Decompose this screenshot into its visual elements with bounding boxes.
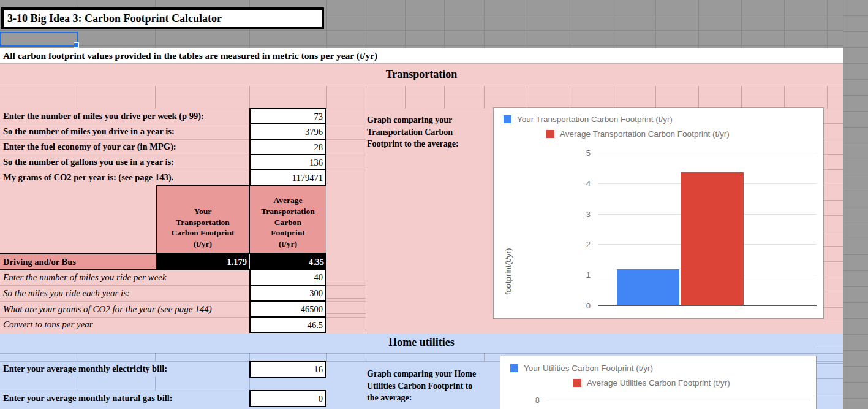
- gridline: [527, 0, 527, 48]
- table-row: What are your grams of CO2 for the year …: [0, 301, 366, 318]
- gridline: [444, 0, 445, 48]
- gridline: [784, 0, 785, 48]
- gridline-strip: [326, 268, 366, 332]
- gridline: [326, 86, 327, 97]
- cell-your-footprint-value[interactable]: 1.179: [156, 254, 249, 269]
- table-row: Enter your average monthly natural gas b…: [0, 391, 366, 406]
- sheet-title: 3-10 Big Idea 3: Carbon Footprint Calcul…: [7, 12, 222, 25]
- gridline: [326, 97, 327, 109]
- home-utilities-title: Home utilities: [0, 336, 843, 349]
- empty-row[interactable]: [0, 377, 326, 391]
- input-cell-gas-bill[interactable]: 0: [249, 390, 326, 407]
- cell-ride-miles-year[interactable]: 300: [249, 285, 326, 302]
- gridline: [249, 86, 250, 97]
- gridline: [698, 0, 699, 48]
- axis-tick: 8: [500, 395, 810, 405]
- header-average-footprint[interactable]: Average Transportation Carbon Footprint …: [249, 185, 326, 253]
- gridline: [484, 97, 485, 109]
- tick-label: 3: [494, 210, 598, 219]
- selected-cell[interactable]: [0, 32, 78, 47]
- empty-row[interactable]: [0, 86, 843, 97]
- transportation-title: Transportation: [0, 68, 843, 81]
- row-label[interactable]: So the number of gallons you use in a ye…: [0, 155, 250, 170]
- row-label[interactable]: Enter the fuel economy of your car (in M…: [0, 139, 250, 155]
- gridline: [366, 86, 366, 97]
- cell-average-footprint-value[interactable]: 4.35: [249, 254, 326, 269]
- gridline: [655, 0, 656, 48]
- gridline: [78, 377, 78, 391]
- gridline: [741, 86, 742, 97]
- gridline: [78, 97, 78, 109]
- row-label[interactable]: What are your grams of CO2 for the year …: [0, 301, 250, 317]
- gridline: [784, 86, 785, 97]
- transportation-graph-caption[interactable]: Graph comparing your Transportation Carb…: [367, 114, 482, 150]
- header-your-footprint[interactable]: Your Transportation Carbon Footprint (t/…: [156, 185, 249, 253]
- row-label[interactable]: My grams of CO2 per year is: (see page 1…: [0, 170, 250, 185]
- selection-fill-handle[interactable]: [74, 42, 79, 48]
- gridline: [444, 86, 445, 97]
- row-label[interactable]: Enter your average monthly electricity b…: [0, 361, 250, 377]
- gridline: [326, 353, 327, 361]
- cell-miles-per-year[interactable]: 3796: [249, 123, 326, 140]
- gridline: [527, 86, 527, 97]
- row-label[interactable]: Convert to tons per year: [0, 317, 250, 332]
- gridline: [827, 97, 828, 109]
- tick-label: 1: [494, 270, 598, 280]
- gridline-strip: [824, 109, 843, 333]
- legend-item: Average Utilities Carbon Footprint (t/yr…: [573, 378, 730, 388]
- gridline: [155, 377, 156, 391]
- bar-your-transportation: [617, 269, 679, 305]
- utilities-graph-caption[interactable]: Graph comparing your Home Utilities Carb…: [367, 368, 482, 404]
- input-cell-mpg[interactable]: 28: [249, 139, 326, 156]
- table-row: Enter your average monthly electricity b…: [0, 361, 366, 377]
- row-label-driving[interactable]: Driving and/or Bus: [0, 254, 156, 269]
- gridline: [655, 86, 656, 97]
- gridline: [405, 97, 406, 109]
- cell-ride-grams-co2[interactable]: 46500: [249, 300, 326, 318]
- row-label[interactable]: Enter your average monthly natural gas b…: [0, 391, 250, 406]
- gridline: [155, 353, 156, 361]
- legend-label: Average Transportation Carbon Footprint …: [560, 129, 730, 139]
- row-label[interactable]: So the miles you ride each year is:: [0, 285, 250, 301]
- row-label[interactable]: Enter the number of miles you ride per w…: [0, 269, 250, 285]
- spreadsheet-canvas: 3-10 Big Idea 3: Carbon Footprint Calcul…: [0, 0, 868, 409]
- table-row: So the number of miles you drive in a ye…: [0, 124, 366, 140]
- section-header-row[interactable]: Home utilities: [0, 333, 843, 354]
- table-row: My grams of CO2 per year is: (see page 1…: [0, 170, 366, 185]
- gridline-strip: [817, 333, 843, 409]
- tick-label: 4: [494, 179, 598, 188]
- input-cell-miles-per-week[interactable]: 73: [249, 108, 326, 125]
- table-row: Enter the number of miles you ride per w…: [0, 269, 366, 286]
- gridline: [698, 86, 699, 97]
- gray-cells-right: [843, 0, 868, 409]
- gridline: [366, 97, 366, 109]
- input-cell-ride-miles-week[interactable]: 40: [249, 269, 326, 286]
- gridline: [484, 86, 485, 97]
- gridline: [249, 97, 250, 109]
- gridline: [613, 0, 613, 48]
- table-row-driving: Driving and/or Bus 1.179 4.35: [0, 253, 326, 270]
- table-row: Convert to tons per year 46.5: [0, 317, 366, 332]
- gridline: [827, 86, 828, 97]
- tick-label: 8: [500, 396, 546, 405]
- legend-swatch-blue: [510, 364, 518, 372]
- gridline: [741, 0, 742, 48]
- row-label[interactable]: Enter the number of miles you drive per …: [0, 109, 250, 124]
- table-row: So the number of gallons you use in a ye…: [0, 155, 366, 170]
- cell-grams-co2[interactable]: 1179471: [249, 169, 326, 186]
- gridline: [484, 353, 485, 361]
- legend-item: Your Utilities Carbon Footprint (t/yr): [510, 364, 653, 373]
- input-cell-electricity-bill[interactable]: 16: [249, 361, 326, 378]
- sheet-title-cell[interactable]: 3-10 Big Idea 3: Carbon Footprint Calcul…: [1, 7, 324, 29]
- utilities-chart[interactable]: Your Utilities Carbon Footprint (t/yr) A…: [500, 356, 817, 409]
- row-label[interactable]: So the number of miles you drive in a ye…: [0, 124, 250, 139]
- cell-gallons-per-year[interactable]: 136: [249, 154, 326, 171]
- gridline: [613, 86, 613, 97]
- cell-ride-tons-year[interactable]: 46.5: [249, 316, 326, 334]
- section-header-row[interactable]: Transportation: [0, 64, 843, 86]
- gridline: [366, 353, 366, 361]
- gridline: [405, 0, 406, 48]
- subtitle-cell[interactable]: All carbon footprint values provided in …: [0, 48, 843, 64]
- subtitle-text: All carbon footprint values provided in …: [3, 50, 377, 61]
- transportation-chart[interactable]: Your Transportation Carbon Footprint (t/…: [493, 107, 824, 319]
